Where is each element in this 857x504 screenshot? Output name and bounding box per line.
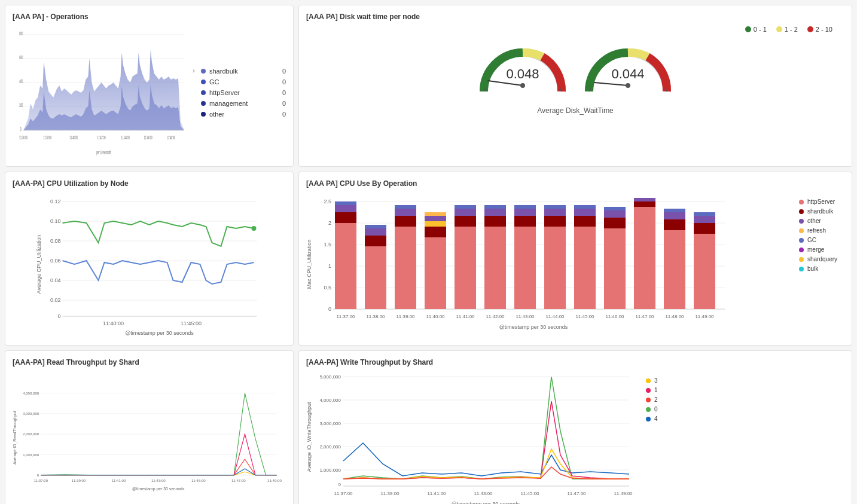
- svg-rect-74: [455, 227, 476, 309]
- write-shard-1: [343, 401, 629, 479]
- svg-text:0.04: 0.04: [50, 277, 61, 283]
- svg-text:0.12: 0.12: [50, 198, 61, 204]
- cpu-node-title: [AAA-PA] CPU Utilization by Node: [13, 179, 286, 188]
- svg-rect-108: [694, 212, 715, 216]
- svg-rect-65: [395, 227, 416, 309]
- svg-text:11:41:00: 11:41:00: [112, 478, 126, 482]
- legend-item-shardbulk: › shardbulk 0: [190, 68, 286, 75]
- svg-text:11:43:00: 11:43:00: [474, 491, 493, 496]
- write-throughput-panel: [AAA-PA] Write Throughput by Shard Avera…: [298, 350, 852, 504]
- legend-dot-gc: [201, 80, 206, 84]
- svg-rect-57: [335, 223, 356, 309]
- svg-rect-100: [634, 198, 655, 201]
- svg-rect-84: [514, 209, 536, 216]
- svg-rect-99: [634, 201, 655, 207]
- legend-dot-httpserver: [201, 90, 206, 95]
- disk-subtitle: Average Disk_WaitTime: [537, 106, 614, 115]
- svg-rect-86: [544, 227, 566, 309]
- svg-text:11:40:00: 11:40:00: [69, 135, 78, 140]
- legend-item-httpserver: httpServer 0: [190, 89, 286, 96]
- svg-text:11:39:00: 11:39:00: [396, 314, 415, 319]
- operations-title: [AAA PA] - Operations: [13, 13, 286, 21]
- svg-text:11:44:00: 11:44:00: [545, 314, 565, 319]
- svg-text:400: 400: [19, 78, 23, 84]
- svg-rect-61: [365, 246, 386, 309]
- svg-text:11:39:00: 11:39:00: [380, 491, 399, 496]
- svg-rect-89: [544, 205, 566, 209]
- operations-chart: 800 600 400 200 0: [13, 26, 185, 157]
- svg-rect-101: [664, 230, 685, 309]
- legend-dot-gc-op: [799, 238, 804, 243]
- svg-text:2: 2: [328, 220, 331, 226]
- legend-dot-write-2: [646, 398, 651, 402]
- svg-text:11:45:00: 11:45:00: [181, 320, 202, 326]
- svg-text:11:46:00: 11:46:00: [144, 135, 153, 140]
- gauge-2-svg: 0.044: [580, 38, 676, 97]
- legend-item-gc: GC 0: [190, 78, 286, 85]
- cpu-node-chart: Average CPU_Utilization 0.12 0.10 0.08 0…: [13, 193, 286, 336]
- legend-dot-other: [201, 112, 206, 117]
- gauge2-value: 0.044: [611, 66, 644, 81]
- svg-text:11:47:00: 11:47:00: [231, 478, 246, 482]
- svg-text:3,000,000: 3,000,000: [319, 421, 341, 426]
- svg-text:Average IO_ReadThroughput: Average IO_ReadThroughput: [13, 411, 17, 465]
- svg-rect-76: [455, 209, 476, 216]
- svg-text:0.5: 0.5: [324, 285, 331, 291]
- gauge-2: 0.044: [580, 38, 676, 99]
- cpu-op-legend: httpServer shardbulk other refresh GC: [797, 193, 844, 336]
- legend-item-write-1: 1: [646, 387, 671, 393]
- legend-item-gc-op: GC: [799, 237, 844, 243]
- svg-text:11:49:00: 11:49:00: [614, 491, 633, 496]
- disk-legend-0-1: 0 - 1: [745, 26, 767, 33]
- svg-text:1.5: 1.5: [324, 242, 331, 248]
- svg-rect-87: [544, 216, 566, 227]
- legend-item-other: other 0: [190, 111, 286, 118]
- svg-text:11:44:00: 11:44:00: [121, 135, 130, 140]
- write-shard-4: [343, 443, 629, 476]
- svg-text:11:39:00: 11:39:00: [72, 478, 86, 482]
- svg-text:4,000,000: 4,000,000: [23, 391, 39, 395]
- svg-rect-72: [425, 216, 446, 221]
- svg-text:11:46:00: 11:46:00: [605, 314, 624, 319]
- svg-text:0.08: 0.08: [50, 238, 61, 244]
- svg-rect-103: [664, 212, 685, 219]
- svg-rect-93: [574, 205, 596, 209]
- svg-rect-79: [484, 216, 506, 227]
- svg-text:11:47:00: 11:47:00: [635, 314, 654, 319]
- svg-line-21: [488, 81, 523, 85]
- read-throughput-chart: Average IO_ReadThroughput 4,000,000 3,00…: [13, 371, 286, 504]
- svg-text:11:41:00: 11:41:00: [456, 314, 475, 319]
- legend-item-management: management 0: [190, 100, 286, 107]
- svg-text:800: 800: [19, 30, 23, 36]
- svg-rect-73: [425, 212, 446, 216]
- legend-item-write-3: 3: [646, 377, 671, 384]
- svg-text:Max CPU_Utilization: Max CPU_Utilization: [306, 240, 312, 289]
- svg-text:11:40:00: 11:40:00: [426, 314, 445, 319]
- svg-rect-105: [694, 234, 715, 309]
- svg-rect-68: [395, 205, 416, 209]
- expand-icon[interactable]: ›: [190, 68, 197, 75]
- svg-text:0: 0: [20, 126, 22, 132]
- svg-text:11:40:00: 11:40:00: [103, 320, 124, 326]
- svg-text:2.5: 2.5: [324, 198, 331, 204]
- svg-rect-69: [425, 237, 446, 309]
- legend-dot-write-0: [646, 407, 651, 412]
- svg-text:11:48:00: 11:48:00: [665, 314, 684, 319]
- svg-text:11:37:00: 11:37:00: [33, 478, 48, 482]
- legend-item-write-0: 0: [646, 406, 671, 413]
- svg-text:11:49:00: 11:49:00: [267, 478, 282, 482]
- gauge2-pivot: [626, 83, 630, 88]
- svg-rect-80: [484, 209, 506, 216]
- svg-text:11:37:00: 11:37:00: [336, 314, 355, 319]
- svg-rect-107: [694, 216, 715, 223]
- write-throughput-chart: Average IO_WriteThroughput 5,000,000 4,0…: [306, 371, 641, 504]
- svg-rect-92: [574, 209, 596, 216]
- legend-item-shardquery-op: shardquery: [799, 256, 844, 262]
- svg-rect-91: [574, 216, 596, 227]
- svg-rect-88: [544, 209, 566, 216]
- legend-item-shardbulk-op: shardbulk: [799, 208, 844, 215]
- disk-title: [AAA PA] Disk wait time per node: [306, 13, 844, 21]
- svg-text:0: 0: [328, 306, 331, 312]
- svg-rect-81: [484, 205, 506, 209]
- svg-text:11:36:00: 11:36:00: [19, 135, 28, 140]
